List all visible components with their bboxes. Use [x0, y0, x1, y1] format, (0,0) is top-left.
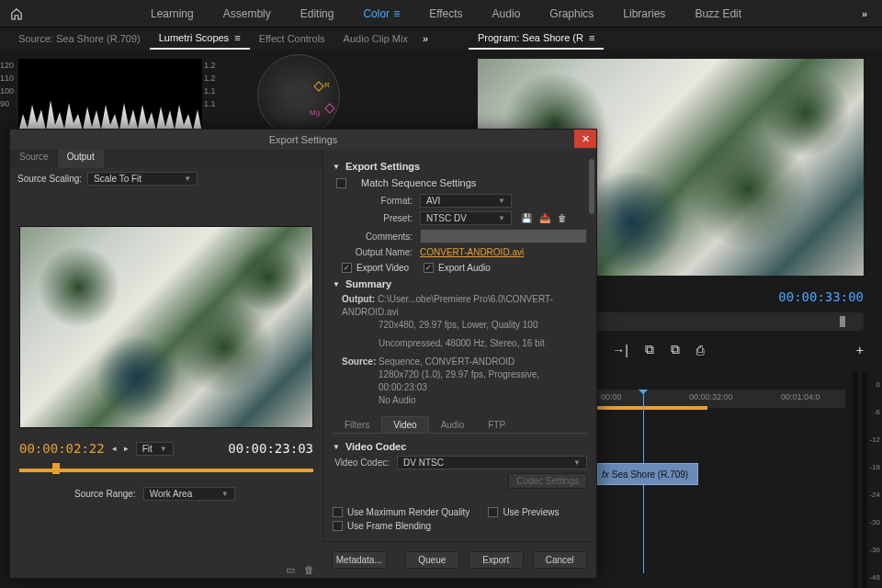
timeline-ruler[interactable]: 00:00 00:00:32:00 00:01:04:0 [597, 390, 845, 408]
workspace-tabs: Learning Assembly Editing Color≡ Effects… [136, 0, 756, 28]
work-area-bar[interactable] [597, 406, 707, 410]
preset-row: Preset: NTSC DV▼ 💾 📥 🗑 [333, 211, 587, 225]
ruler-tick: 00:00:32:00 [689, 392, 733, 401]
waveform-scope [18, 59, 202, 132]
comments-row: Comments: [333, 229, 587, 243]
panel-tab-program[interactable]: Program: Sea Shore (R ≡ [469, 28, 604, 50]
use-frame-blend-label: Use Frame Blending [347, 521, 431, 531]
scroll-thumb[interactable] [589, 159, 594, 214]
export-video-checkbox[interactable]: ✓Export Video [342, 263, 409, 273]
next-frame-icon[interactable]: ▸ [124, 444, 129, 453]
output-name-row: Output Name: CONVERT-ANDROID.avi [333, 247, 587, 257]
section-summary[interactable]: ▼Summary [333, 278, 587, 289]
source-range-label: Source Range: [74, 489, 136, 499]
out-point-icon[interactable] [840, 316, 845, 327]
preview-timecode-in[interactable]: 00:00:02:22 [19, 441, 105, 456]
button-editor-plus-icon[interactable]: + [856, 343, 864, 357]
lumetri-scopes-panel: 120 110 100 90 1.2 1.2 1.1 1.1 R Mg [0, 50, 459, 141]
queue-button[interactable]: Queue [405, 551, 460, 569]
video-codec-label: Video Codec: [333, 458, 397, 468]
preview-timecode-out[interactable]: 00:00:23:03 [228, 441, 313, 456]
match-sequence-checkbox[interactable]: Match Sequence Settings [336, 177, 587, 188]
subtab-video[interactable]: Video [381, 416, 428, 433]
preview-scrubber[interactable] [19, 463, 313, 478]
export-frame-icon[interactable]: ⎙ [696, 343, 704, 357]
metadata-button[interactable]: Metadata... [332, 551, 387, 569]
home-icon[interactable] [7, 5, 26, 23]
save-preset-icon[interactable]: 💾 [521, 213, 532, 223]
format-dropdown[interactable]: AVI▼ [420, 194, 512, 208]
goto-out-icon[interactable]: →| [612, 343, 628, 357]
scope-ticks-right: 1.2 1.2 1.1 1.1 [204, 59, 216, 110]
section-video-codec[interactable]: ▼Video Codec [333, 441, 587, 452]
subtab-audio[interactable]: Audio [429, 416, 477, 433]
timeline-clip[interactable]: fx Sea Shore (R.709) [597, 463, 698, 485]
workspace-tab-effects[interactable]: Effects [414, 0, 477, 28]
extract-icon[interactable]: ⧉ [671, 342, 680, 357]
close-button[interactable]: ✕ [574, 130, 596, 148]
workspace-tab-color[interactable]: Color≡ [348, 0, 414, 28]
use-frame-blending-checkbox[interactable]: Use Frame Blending [333, 521, 431, 531]
export-audio-checkbox[interactable]: ✓Export Audio [424, 263, 491, 273]
section-export-settings[interactable]: ▼Export Settings [333, 161, 587, 172]
tick: 110 [0, 72, 14, 85]
panel-tab-audio-clip-mixer[interactable]: Audio Clip Mix [334, 28, 417, 50]
source-range-dropdown[interactable]: Work Area▼ [143, 487, 235, 501]
fit-value: Fit [142, 444, 153, 454]
cancel-button[interactable]: Cancel [533, 551, 588, 569]
panel-tab-effect-controls[interactable]: Effect Controls [250, 28, 334, 50]
preview-tab-source[interactable]: Source [10, 150, 58, 168]
crop-icon[interactable]: ▭ [286, 564, 295, 576]
format-value: AVI [426, 196, 440, 206]
preview-playhead[interactable] [52, 463, 60, 474]
workspace-tab-libraries[interactable]: Libraries [608, 0, 680, 28]
summary-header-label: Summary [345, 278, 391, 289]
workspace-tab-editing[interactable]: Editing [286, 0, 349, 28]
tick: 1.1 [204, 97, 216, 110]
match-sequence-label: Match Sequence Settings [361, 177, 476, 188]
comments-input[interactable] [420, 229, 587, 243]
export-button[interactable]: Export [469, 551, 524, 569]
panel-tab-source[interactable]: Source: Sea Shore (R.709) [9, 28, 150, 50]
preview-tab-output[interactable]: Output [58, 150, 104, 168]
export-sub-tabs: Filters Video Audio FTP [333, 416, 587, 434]
trash-icon[interactable]: 🗑 [304, 564, 314, 576]
output-name-link[interactable]: CONVERT-ANDROID.avi [420, 247, 524, 257]
dialog-titlebar[interactable]: Export Settings ✕ [10, 130, 596, 150]
use-max-render-checkbox[interactable]: Use Maximum Render Quality [333, 507, 469, 517]
summary-output-spec: 720x480, 29.97 fps, Lower, Quality 100 [379, 319, 587, 332]
summary-source-seq: Sequence, CONVERT-ANDROID [379, 356, 514, 367]
preset-dropdown[interactable]: NTSC DV▼ [420, 211, 512, 225]
workspace-tab-graphics[interactable]: Graphics [535, 0, 608, 28]
export-audio-label: Export Audio [438, 263, 491, 273]
settings-scrollbar[interactable] [587, 150, 594, 541]
lift-icon[interactable]: ⧉ [645, 342, 654, 357]
workspace-tab-assembly[interactable]: Assembly [209, 0, 286, 28]
workspace-menu-icon[interactable]: ≡ [393, 7, 400, 20]
workspace-tab-audio[interactable]: Audio [478, 0, 536, 28]
video-codec-value: DV NTSC [403, 458, 444, 468]
subtab-filters[interactable]: Filters [333, 416, 381, 433]
video-codec-dropdown[interactable]: DV NTSC▼ [397, 456, 587, 469]
prev-frame-icon[interactable]: ◂ [112, 444, 117, 453]
section-label: Export Settings [345, 161, 420, 172]
import-preset-icon[interactable]: 📥 [539, 213, 550, 223]
export-video-label: Export Video [356, 263, 409, 273]
vectorscope-r-label: R [324, 81, 330, 89]
source-scaling-dropdown[interactable]: Scale To Fit▼ [87, 172, 198, 186]
program-timecode[interactable]: 00:00:33:00 [778, 289, 864, 304]
program-title: Program: Sea Shore (R [478, 32, 583, 43]
panel-tab-lumetri-scopes[interactable]: Lumetri Scopes ≡ [150, 28, 250, 50]
workspace-overflow-icon[interactable]: » [854, 8, 875, 19]
use-max-render-label: Use Maximum Render Quality [347, 507, 469, 517]
workspace-tab-learning[interactable]: Learning [136, 0, 209, 28]
tick: -36 [869, 537, 880, 564]
workspace-tab-buzzedit[interactable]: Buzz Edit [680, 0, 756, 28]
subtab-ftp[interactable]: FTP [476, 416, 517, 433]
use-previews-checkbox[interactable]: Use Previews [488, 507, 559, 517]
preview-fit-dropdown[interactable]: Fit▼ [136, 442, 174, 456]
panel-overflow-left-icon[interactable]: » [417, 33, 434, 44]
video-codec-header-label: Video Codec [345, 441, 406, 452]
export-preview-image[interactable] [19, 226, 313, 428]
delete-preset-icon[interactable]: 🗑 [558, 213, 567, 223]
